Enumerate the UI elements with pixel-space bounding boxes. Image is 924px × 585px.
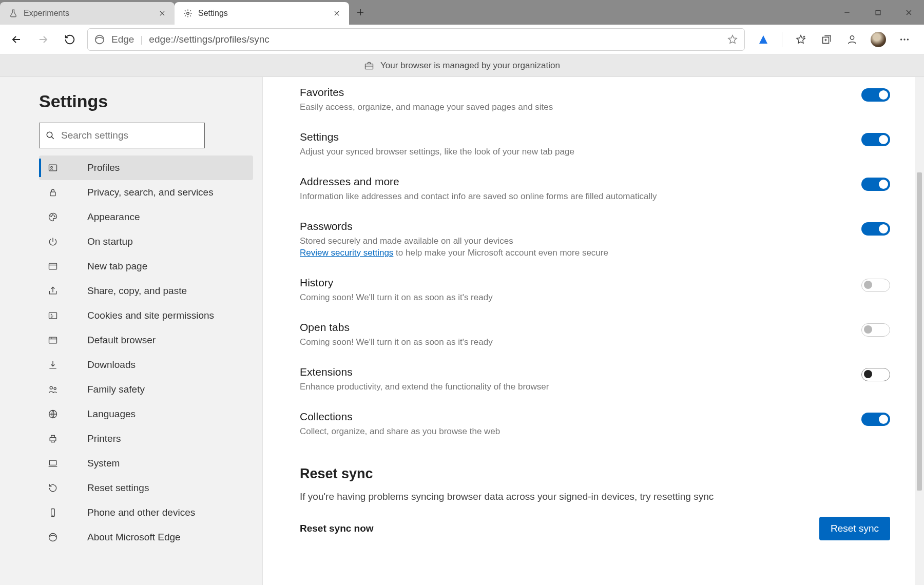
toolbar-actions bbox=[753, 32, 917, 47]
shopping-icon[interactable] bbox=[756, 32, 771, 47]
power-icon bbox=[47, 236, 59, 247]
favorites-icon[interactable] bbox=[794, 32, 808, 47]
svg-rect-12 bbox=[50, 192, 55, 196]
download-icon bbox=[47, 359, 59, 371]
toggle-history bbox=[861, 279, 890, 292]
main-area: Settings Profiles Privacy, search, and s… bbox=[0, 77, 924, 585]
setting-title: Extensions bbox=[300, 366, 849, 378]
nav-label: Languages bbox=[87, 408, 136, 420]
forward-button[interactable] bbox=[34, 30, 52, 49]
nav-label: Reset settings bbox=[87, 482, 149, 494]
maximize-button[interactable] bbox=[862, 0, 893, 25]
collections-icon[interactable] bbox=[819, 32, 834, 47]
nav-label: Cookies and site permissions bbox=[87, 310, 214, 321]
close-window-button[interactable] bbox=[893, 0, 924, 25]
vertical-scrollbar[interactable] bbox=[915, 77, 924, 585]
nav-label: Phone and other devices bbox=[87, 507, 195, 518]
svg-point-6 bbox=[903, 38, 905, 40]
toggle-favorites[interactable] bbox=[861, 88, 890, 102]
nav-downloads[interactable]: Downloads bbox=[39, 353, 253, 377]
toggle-settings[interactable] bbox=[861, 133, 890, 146]
minimize-button[interactable] bbox=[832, 0, 862, 25]
close-icon[interactable] bbox=[332, 8, 342, 18]
nav-family[interactable]: Family safety bbox=[39, 377, 253, 402]
nav-label: About Microsoft Edge bbox=[87, 532, 181, 543]
nav-startup[interactable]: On startup bbox=[39, 229, 253, 254]
sync-item-history: History Coming soon! We'll turn it on as… bbox=[300, 267, 890, 312]
permissions-icon bbox=[47, 310, 59, 321]
setting-title: Favorites bbox=[300, 86, 849, 99]
sync-item-addresses: Addresses and more Information like addr… bbox=[300, 166, 890, 211]
review-security-link[interactable]: Review security settings bbox=[300, 248, 393, 258]
svg-rect-1 bbox=[876, 10, 880, 15]
tab-title: Experiments bbox=[24, 9, 152, 18]
nav-label: System bbox=[87, 458, 120, 469]
svg-point-13 bbox=[51, 216, 52, 217]
svg-rect-8 bbox=[365, 64, 373, 69]
nav-label: Printers bbox=[87, 433, 121, 444]
setting-title: Passwords bbox=[300, 220, 849, 232]
nav-share[interactable]: Share, copy, and paste bbox=[39, 279, 253, 303]
nav-privacy[interactable]: Privacy, search, and services bbox=[39, 180, 253, 205]
close-icon[interactable] bbox=[157, 8, 167, 18]
nav-label: New tab page bbox=[87, 261, 147, 272]
nav-languages[interactable]: Languages bbox=[39, 402, 253, 426]
share-icon bbox=[47, 285, 59, 297]
tab-experiments[interactable]: Experiments bbox=[0, 2, 175, 25]
nav-appearance[interactable]: Appearance bbox=[39, 205, 253, 229]
search-input[interactable] bbox=[61, 130, 198, 141]
reset-sync-button[interactable]: Reset sync bbox=[819, 517, 890, 540]
managed-banner: Your browser is managed by your organiza… bbox=[0, 54, 924, 77]
toggle-passwords[interactable] bbox=[861, 222, 890, 236]
nav-profiles[interactable]: Profiles bbox=[39, 155, 253, 180]
nav-label: Downloads bbox=[87, 359, 136, 371]
lock-icon bbox=[47, 187, 59, 198]
setting-desc: Collect, organize, and share as you brow… bbox=[300, 426, 849, 438]
window-icon bbox=[47, 261, 59, 272]
svg-rect-22 bbox=[50, 438, 56, 441]
separator: | bbox=[140, 34, 143, 45]
toggle-addresses[interactable] bbox=[861, 178, 890, 191]
svg-rect-18 bbox=[49, 337, 57, 343]
svg-point-0 bbox=[187, 12, 189, 15]
settings-sidebar: Settings Profiles Privacy, search, and s… bbox=[0, 77, 263, 585]
tab-title: Settings bbox=[198, 9, 326, 18]
gear-icon bbox=[183, 8, 193, 18]
toggle-collections[interactable] bbox=[861, 413, 890, 426]
new-tab-button[interactable] bbox=[349, 1, 372, 24]
nav-printers[interactable]: Printers bbox=[39, 426, 253, 451]
scrollbar-thumb[interactable] bbox=[917, 172, 922, 491]
nav-reset[interactable]: Reset settings bbox=[39, 476, 253, 500]
favorite-star-icon[interactable] bbox=[727, 34, 738, 45]
family-icon bbox=[47, 384, 59, 395]
nav-label: Profiles bbox=[87, 162, 120, 173]
profile-icon[interactable] bbox=[845, 32, 859, 47]
site-identity-label: Edge bbox=[111, 34, 134, 45]
back-button[interactable] bbox=[7, 30, 26, 49]
reset-sync-desc: If you're having problems syncing browse… bbox=[300, 491, 890, 502]
nav-label: Appearance bbox=[87, 211, 140, 223]
toggle-extensions[interactable] bbox=[861, 368, 890, 381]
svg-point-4 bbox=[850, 35, 854, 39]
profile-card-icon bbox=[47, 162, 59, 173]
edge-icon bbox=[47, 532, 59, 543]
user-avatar[interactable] bbox=[871, 32, 886, 47]
address-bar[interactable]: Edge | edge://settings/profiles/sync bbox=[87, 28, 745, 51]
nav-system[interactable]: System bbox=[39, 451, 253, 476]
nav-newtab[interactable]: New tab page bbox=[39, 254, 253, 279]
setting-title: Open tabs bbox=[300, 321, 849, 334]
svg-rect-10 bbox=[49, 165, 57, 171]
nav-cookies[interactable]: Cookies and site permissions bbox=[39, 303, 253, 328]
search-settings-field[interactable] bbox=[39, 123, 205, 148]
setting-title: History bbox=[300, 277, 849, 289]
nav-phone[interactable]: Phone and other devices bbox=[39, 500, 253, 525]
nav-default-browser[interactable]: Default browser bbox=[39, 328, 253, 353]
nav-about[interactable]: About Microsoft Edge bbox=[39, 525, 253, 550]
settings-nav: Profiles Privacy, search, and services A… bbox=[0, 155, 262, 550]
tab-settings[interactable]: Settings bbox=[175, 2, 349, 25]
url-text: edge://settings/profiles/sync bbox=[149, 34, 269, 45]
more-menu-icon[interactable] bbox=[897, 32, 912, 47]
refresh-button[interactable] bbox=[61, 30, 79, 49]
sync-item-passwords: Passwords Stored securely and made avail… bbox=[300, 211, 890, 267]
language-icon bbox=[47, 408, 59, 420]
